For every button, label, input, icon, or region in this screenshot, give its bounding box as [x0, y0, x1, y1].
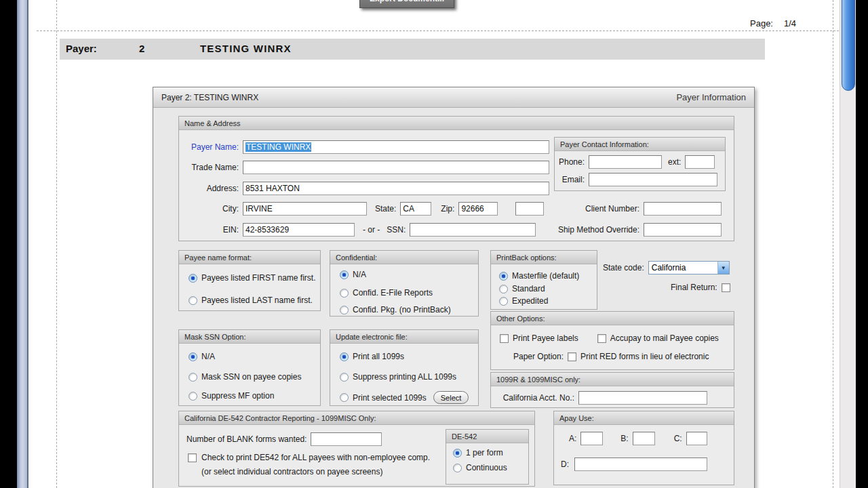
zip-extra-input[interactable]	[515, 202, 544, 216]
payer-header-bar: Payer: 2 TESTING WINRX	[60, 39, 765, 60]
payer-name-label: Payer Name:	[183, 142, 243, 152]
radio-continuous[interactable]: Continuous	[453, 463, 507, 472]
de542-section-groupbox: California DE-542 Contractor Reporting -…	[178, 411, 535, 487]
final-return-checkbox[interactable]	[722, 283, 730, 292]
ein-input[interactable]	[243, 223, 355, 237]
confidential-header: Confidential:	[330, 251, 478, 264]
radio-icon	[189, 352, 197, 361]
panel-titlebar: Payer 2: TESTING WINRX Payer Information	[153, 87, 754, 108]
payer-contact-header: Payer Contact Information:	[555, 138, 725, 151]
radio-expedited[interactable]: Expedited	[499, 296, 548, 306]
city-label: City:	[183, 204, 243, 214]
screen: Export Document... Page:1/4 Payer: 2 TES…	[0, 0, 868, 488]
radio-confid-efile-reports[interactable]: Confid. E-File Reports	[340, 288, 433, 298]
ssn-input[interactable]	[410, 223, 536, 237]
radio-mask-ssn-copies[interactable]: Mask SSN on payee copies	[189, 372, 301, 382]
radio-standard[interactable]: Standard	[499, 284, 545, 293]
chevron-down-icon[interactable]: ▼	[717, 262, 729, 274]
radio-payees-first-name[interactable]: Payees listed FIRST name first.	[189, 273, 316, 283]
radio-confid-pkg[interactable]: Confid. Pkg. (no PrintBack)	[340, 305, 451, 314]
export-document-button[interactable]: Export Document...	[359, 0, 454, 8]
radio-masterfile[interactable]: Masterfile (default)	[499, 271, 579, 281]
radio-payees-last-name[interactable]: Payees listed LAST name first.	[189, 296, 313, 305]
radio-icon	[340, 306, 349, 314]
radio-icon	[453, 449, 462, 458]
apay-d-input[interactable]	[574, 458, 707, 471]
apay-b-label: B:	[620, 434, 628, 443]
de542-all-payees-label: Check to print DE542 for ALL payees with…	[201, 453, 430, 462]
state-code-value: California	[649, 262, 717, 274]
paper-option-label: Paper Option:	[513, 352, 564, 361]
select-button[interactable]: Select	[433, 391, 469, 404]
state-input[interactable]	[400, 202, 431, 216]
email-label: Email:	[557, 175, 589, 184]
panel-body: Name & Address Payer Name: TESTING WINRX…	[153, 108, 754, 488]
radio-suppress-mf[interactable]: Suppress MF option	[189, 391, 274, 401]
confidential-groupbox: Confidential: N/A Confid. E-File Reports…	[330, 250, 479, 317]
ca-acct-label: California Acct. No.:	[494, 393, 578, 403]
printback-header: PrintBack options:	[491, 251, 597, 264]
state-code-dropdown[interactable]: California ▼	[648, 261, 730, 274]
radio-icon	[453, 464, 462, 472]
radio-icon	[189, 373, 197, 382]
client-number-input[interactable]	[644, 202, 722, 216]
trade-name-input[interactable]	[243, 161, 549, 174]
apay-c-label: C:	[674, 434, 682, 443]
ext-label: ext:	[668, 157, 681, 167]
update-efile-groupbox: Update electronic file: Print all 1099s …	[330, 329, 479, 406]
payer-label: Payer:	[66, 43, 97, 54]
payer-name-input[interactable]: TESTING WINRX	[243, 140, 549, 154]
ext-input[interactable]	[685, 155, 715, 169]
or-label: - or -	[363, 225, 380, 235]
name-address-groupbox: Name & Address Payer Name: TESTING WINRX…	[178, 116, 734, 241]
de542-all-payees-checkbox[interactable]	[188, 453, 197, 462]
phone-input[interactable]	[589, 155, 662, 169]
de542-section-header: California DE-542 Contractor Reporting -…	[179, 411, 534, 425]
apay-a-input[interactable]	[580, 432, 603, 445]
radio-print-selected-1099s[interactable]: Print selected 1099s Select	[340, 391, 469, 404]
vertical-scrollbar[interactable]	[840, 0, 856, 488]
apay-b-input[interactable]	[633, 432, 655, 445]
radio-icon	[340, 270, 349, 279]
apay-a-label: A:	[569, 434, 576, 443]
apay-d-label: D:	[561, 460, 569, 469]
scrollbar-thumb[interactable]	[842, 0, 855, 91]
payee-name-format-header: Payee name format:	[179, 251, 320, 264]
apay-c-input[interactable]	[686, 432, 707, 445]
name-address-header: Name & Address	[179, 117, 734, 130]
blank-forms-input[interactable]	[311, 432, 382, 446]
apay-use-groupbox: Apay Use: A: B: C: D:	[553, 411, 734, 485]
printback-groupbox: PrintBack options: Masterfile (default) …	[490, 250, 597, 310]
city-input[interactable]	[243, 202, 367, 216]
address-input[interactable]	[243, 182, 549, 195]
radio-icon	[189, 296, 197, 305]
final-return-label: Final Return:	[671, 283, 717, 292]
radio-1-per-form[interactable]: 1 per form	[453, 448, 503, 458]
mask-ssn-header: Mask SSN Option:	[179, 330, 320, 344]
ca-acct-input[interactable]	[578, 391, 707, 405]
email-input[interactable]	[589, 173, 717, 186]
zip-input[interactable]	[458, 202, 498, 216]
radio-print-all-1099s[interactable]: Print all 1099s	[340, 352, 404, 361]
page-margin-guide-right	[833, 0, 833, 488]
ship-method-input[interactable]	[644, 223, 722, 237]
print-payee-labels-checkbox[interactable]	[500, 334, 509, 343]
other-options-header: Other Options:	[491, 312, 734, 325]
radio-suppress-all-1099s[interactable]: Suppress printing ALL 1099s	[340, 372, 456, 382]
misc-1099-groupbox: 1099R & 1099MISC only: California Acct. …	[490, 372, 734, 408]
page-margin-guide-left	[56, 0, 57, 488]
payer-name-selected-text: TESTING WINRX	[245, 142, 311, 152]
radio-icon	[340, 373, 349, 382]
accupay-label: Accupay to mail Payee copies	[610, 333, 719, 343]
address-label: Address:	[183, 184, 243, 193]
paper-option-checkbox[interactable]	[568, 352, 576, 361]
apay-use-header: Apay Use:	[554, 411, 734, 425]
radio-mask-ssn-na[interactable]: N/A	[189, 352, 215, 361]
document-preview: Export Document... Page:1/4 Payer: 2 TES…	[28, 0, 856, 488]
panel-title-left: Payer 2: TESTING WINRX	[161, 93, 258, 102]
accupay-checkbox[interactable]	[597, 334, 606, 343]
radio-confidential-na[interactable]: N/A	[340, 270, 366, 279]
de542-inner-header: DE-542	[446, 430, 528, 443]
ship-method-label: Ship Method Override:	[554, 225, 644, 235]
panel-title-right: Payer Information	[676, 92, 746, 102]
